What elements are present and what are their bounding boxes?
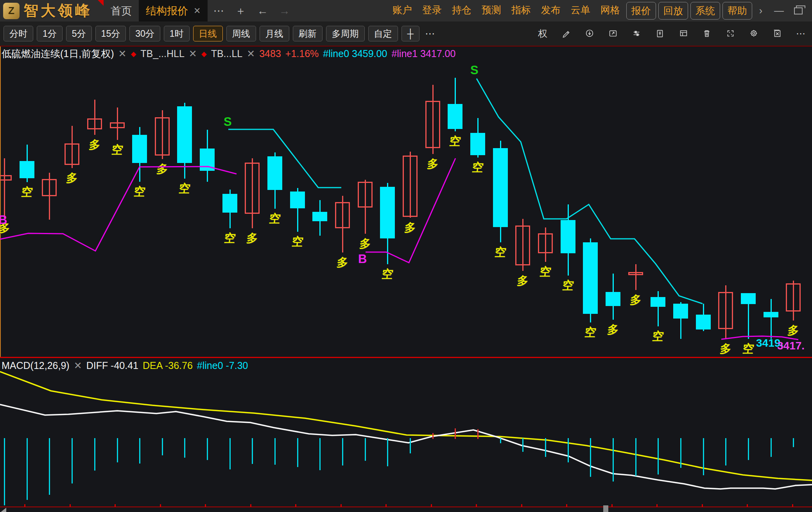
- macd-histogram-bar: [455, 428, 456, 439]
- axis-tick: [656, 504, 658, 507]
- macd-histogram-bar: [477, 429, 479, 439]
- axis-tick: [250, 504, 251, 507]
- axis-tick: [747, 504, 748, 507]
- axis-tick: [295, 504, 296, 507]
- macd-histogram-bar: [613, 438, 614, 482]
- axis-tick: [115, 504, 116, 507]
- buy-trail-line-4: [721, 336, 798, 340]
- chart-lines-layer: [0, 0, 812, 512]
- axis-tick: [341, 504, 342, 507]
- macd-histogram-bar: [72, 438, 73, 483]
- macd-histogram-bar: [49, 438, 50, 495]
- axis-tick: [160, 504, 161, 507]
- macd-histogram-bar: [117, 438, 118, 462]
- sell-trail-line-1: [477, 79, 703, 304]
- macd-histogram-bar: [522, 438, 523, 452]
- macd-histogram-bar: [793, 438, 794, 447]
- axis-tick: [521, 504, 522, 507]
- app-window: Z 智大领峰 首页结构报价✕ ⋯ ＋ ← → 账户登录持仓预测指标发布云单网格报…: [0, 0, 812, 512]
- macd-histogram-bar: [748, 438, 749, 460]
- macd-diff-line: [0, 405, 812, 489]
- macd-histogram-bar: [725, 438, 726, 465]
- axis-tick: [476, 504, 477, 507]
- macd-histogram-bar: [568, 438, 569, 462]
- macd-histogram-bar: [658, 438, 659, 474]
- axis-tick: [566, 504, 567, 507]
- macd-histogram-bar: [252, 438, 253, 464]
- macd-histogram-bar: [545, 438, 546, 457]
- macd-histogram-bar: [703, 438, 704, 475]
- macd-histogram-bar: [319, 438, 321, 470]
- macd-histogram-bar: [432, 433, 434, 439]
- macd-dea-line: [0, 372, 812, 480]
- axis-tick: [431, 504, 432, 507]
- axis-tick: [205, 504, 206, 507]
- macd-histogram-bar: [410, 438, 411, 453]
- macd-histogram-bar: [184, 438, 185, 458]
- axis-tick: [24, 504, 25, 507]
- axis-tick: [385, 504, 387, 507]
- axis-tick: [611, 504, 613, 507]
- macd-histogram-bar: [139, 438, 140, 464]
- macd-histogram-bar: [274, 438, 276, 465]
- sell-trail-line-0: [228, 129, 341, 188]
- macd-histogram-bar: [94, 438, 95, 471]
- macd-histogram-bar: [500, 438, 501, 443]
- buy-trail-line-2: [0, 166, 237, 251]
- axis-tick: [792, 504, 793, 507]
- buy-trail-line-3: [366, 158, 455, 263]
- macd-histogram-bar: [635, 438, 636, 476]
- axis-tick: [70, 504, 71, 507]
- macd-histogram-bar: [297, 438, 298, 467]
- macd-histogram-bar: [590, 438, 591, 477]
- macd-histogram-bar: [207, 438, 208, 460]
- macd-histogram-bar: [771, 438, 772, 457]
- macd-histogram-bar: [387, 438, 388, 466]
- macd-histogram-bar: [342, 438, 343, 465]
- macd-histogram-bar: [27, 438, 28, 500]
- macd-histogram-bar: [680, 438, 681, 468]
- axis-tick: [702, 504, 703, 507]
- macd-histogram-bar: [162, 438, 163, 455]
- macd-histogram-bar: [365, 438, 366, 461]
- macd-histogram-bar: [229, 438, 231, 469]
- macd-histogram-bar: [4, 438, 5, 505]
